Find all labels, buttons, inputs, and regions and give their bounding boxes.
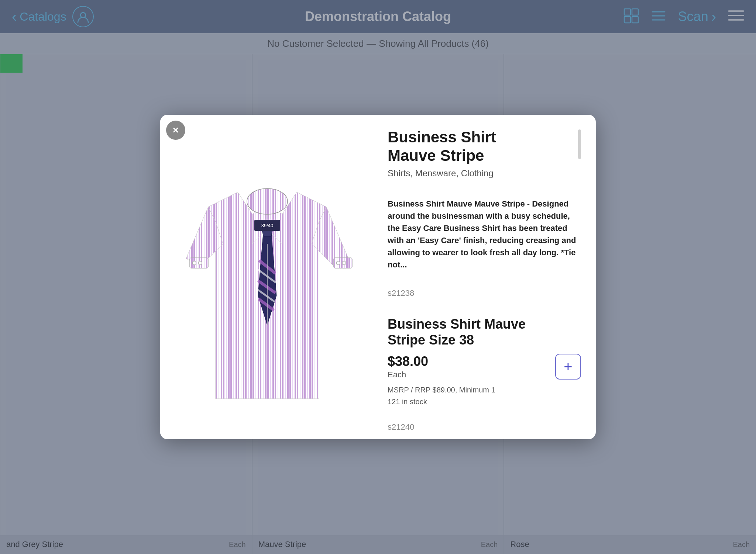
svg-point-20 bbox=[336, 261, 340, 265]
plus-icon-1: + bbox=[564, 359, 572, 375]
add-to-cart-button-1[interactable]: + bbox=[555, 354, 581, 380]
svg-point-17 bbox=[192, 261, 196, 265]
svg-point-18 bbox=[198, 261, 202, 265]
variant-name-1: Business Shirt Mauve Stripe Size 38 bbox=[388, 300, 581, 348]
variant-section-2: s21240 Business Shirt Mauve Stripe Size … bbox=[388, 422, 581, 439]
product-categories: Shirts, Mensware, Clothing bbox=[388, 168, 581, 179]
product-detail-modal: × bbox=[160, 115, 596, 439]
product-description: Business Shirt Mauve Mauve Stripe - Desi… bbox=[388, 198, 581, 271]
product-details-section[interactable]: Business Shirt Mauve Stripe Shirts, Mens… bbox=[374, 115, 596, 439]
product-title-area: Business Shirt Mauve Stripe bbox=[388, 128, 581, 165]
product-image-section: 39/40 bbox=[160, 115, 374, 439]
variant-price-unit-1: $38.00 Each bbox=[388, 354, 428, 380]
variant-name-2: Business Shirt Mauve Stripe Size 40 bbox=[388, 434, 581, 439]
product-title: Business Shirt Mauve Stripe bbox=[388, 128, 572, 165]
close-button[interactable]: × bbox=[166, 121, 185, 140]
variant-price-1: $38.00 bbox=[388, 354, 428, 369]
variant-section-1: s21238 Business Shirt Mauve Stripe Size … bbox=[388, 288, 581, 408]
scroll-indicator bbox=[578, 129, 581, 159]
close-icon: × bbox=[173, 124, 179, 136]
variant-price-row-1: $38.00 Each + bbox=[388, 354, 581, 380]
modal-overlay: × bbox=[0, 0, 756, 554]
svg-point-15 bbox=[247, 188, 288, 214]
variant-unit-1: Each bbox=[388, 370, 428, 380]
svg-text:39/40: 39/40 bbox=[261, 223, 274, 228]
svg-point-21 bbox=[342, 261, 346, 265]
product-image: 39/40 bbox=[179, 148, 356, 413]
variant-meta-1: MSRP / RRP $89.00, Minimum 1 121 in stoc… bbox=[388, 384, 581, 408]
variant-sku-2: s21240 bbox=[388, 422, 581, 432]
variant-sku-1: s21238 bbox=[388, 288, 581, 298]
